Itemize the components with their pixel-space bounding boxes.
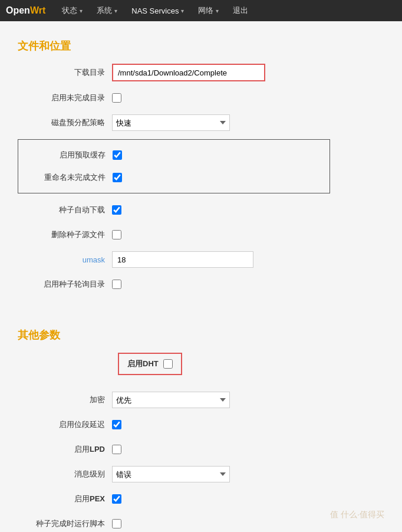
row-bit-delay: 启用位段延迟 [18, 416, 384, 433]
checkbox-rename-incomplete[interactable] [113, 173, 122, 182]
select-encryption[interactable]: 优先 必须 关闭 [112, 392, 230, 408]
label-script-done: 种子完成时运行脚本 [18, 518, 112, 529]
label-bit-delay: 启用位段延迟 [18, 419, 112, 430]
nav-label-logout: 退出 [233, 5, 248, 16]
label-encryption: 加密 [18, 395, 112, 405]
label-umask: umask [18, 255, 112, 264]
nav-label-nas: NAS Services [131, 6, 179, 15]
chevron-down-icon: ▾ [114, 8, 117, 14]
nav-item-system[interactable]: 系统 ▾ [90, 0, 124, 21]
row-encryption: 加密 优先 必须 关闭 [18, 392, 384, 408]
chevron-down-icon: ▾ [216, 8, 219, 14]
section-files-locations: 文件和位置 下载目录 启用未完成目录 磁盘预分配策略 快速 完整 关闭 启用预取… [18, 39, 384, 293]
input-download-dir[interactable] [112, 64, 265, 81]
row-lpd: 启用LPD [18, 441, 384, 458]
dht-box: 启用DHT [118, 353, 182, 375]
checkbox-watch-dir[interactable] [112, 280, 121, 289]
row-delete-source: 删除种子源文件 [18, 226, 384, 243]
label-delete-source: 删除种子源文件 [18, 229, 112, 240]
brand-wrt: Wrt [30, 5, 45, 15]
row-enable-prefetch: 启用预取缓存 [18, 147, 329, 163]
navbar: OpenWrt 状态 ▾ 系统 ▾ NAS Services ▾ 网络 ▾ 退出 [0, 0, 402, 21]
bordered-box-prefetch: 启用预取缓存 重命名未完成文件 [18, 139, 330, 193]
row-disk-alloc: 磁盘预分配策略 快速 完整 关闭 [18, 114, 384, 131]
label-msg-level: 消息级别 [18, 469, 112, 480]
label-download-dir: 下载目录 [18, 67, 112, 78]
nav-item-status[interactable]: 状态 ▾ [55, 0, 90, 21]
nav-item-logout[interactable]: 退出 [226, 0, 255, 21]
section-gap [18, 310, 384, 322]
label-auto-download: 种子自动下载 [18, 205, 112, 215]
label-dht-enable: 启用 [127, 359, 143, 368]
input-umask[interactable] [112, 251, 253, 268]
chevron-down-icon: ▾ [181, 8, 184, 14]
label-pex: 启用PEX [18, 494, 112, 504]
row-script-done: 种子完成时运行脚本 [18, 515, 384, 532]
checkbox-enable-prefetch[interactable] [113, 150, 122, 160]
checkbox-auto-download[interactable] [112, 205, 121, 215]
row-download-dir: 下载目录 [18, 64, 384, 81]
label-pex-bold: PEX [90, 494, 105, 503]
row-enable-incomplete: 启用未完成目录 [18, 90, 384, 106]
select-msg-level[interactable]: 错误 警告 信息 调试 [112, 466, 230, 482]
checkbox-enable-incomplete[interactable] [112, 93, 121, 103]
brand-open: Open [6, 5, 30, 15]
label-lpd-bold: LPD [90, 445, 105, 454]
row-pex: 启用PEX [18, 491, 384, 507]
label-enable-prefetch: 启用预取缓存 [18, 150, 113, 160]
checkbox-delete-source[interactable] [112, 230, 121, 239]
nav-item-nas[interactable]: NAS Services ▾ [124, 0, 191, 21]
nav-label-system: 系统 [97, 5, 112, 16]
label-pex-enable: 启用 [74, 494, 90, 503]
row-watch-dir: 启用种子轮询目录 [18, 276, 384, 293]
row-msg-level: 消息级别 错误 警告 信息 调试 [18, 466, 384, 482]
row-umask: umask [18, 251, 384, 268]
label-watch-dir: 启用种子轮询目录 [18, 279, 112, 290]
select-disk-alloc[interactable]: 快速 完整 关闭 [112, 114, 230, 131]
row-auto-download: 种子自动下载 [18, 202, 384, 218]
checkbox-pex[interactable] [112, 494, 121, 504]
label-dht-bold: DHT [143, 359, 159, 368]
label-rename-incomplete: 重命名未完成文件 [18, 172, 113, 183]
checkbox-script-done[interactable] [112, 519, 121, 528]
label-lpd-enable: 启用 [74, 445, 90, 454]
label-dht: 启用DHT [127, 359, 159, 369]
section1-title: 文件和位置 [18, 39, 384, 53]
label-enable-incomplete: 启用未完成目录 [18, 93, 112, 103]
section2-title: 其他参数 [18, 328, 384, 342]
checkbox-bit-delay[interactable] [112, 420, 121, 429]
label-disk-alloc: 磁盘预分配策略 [18, 117, 112, 128]
main-content: 文件和位置 下载目录 启用未完成目录 磁盘预分配策略 快速 完整 关闭 启用预取… [0, 21, 402, 532]
label-lpd: 启用LPD [18, 444, 112, 455]
checkbox-dht[interactable] [163, 359, 173, 369]
nav-item-network[interactable]: 网络 ▾ [191, 0, 226, 21]
row-dht: 启用DHT [18, 353, 384, 383]
nav-label-network: 网络 [198, 5, 213, 16]
brand-logo[interactable]: OpenWrt [6, 5, 45, 16]
section-other-params: 其他参数 启用DHT 加密 优先 必须 关闭 启用位段延迟 [18, 328, 384, 532]
chevron-down-icon: ▾ [80, 8, 83, 14]
nav-label-status: 状态 [62, 5, 77, 16]
row-rename-incomplete: 重命名未完成文件 [18, 169, 329, 186]
checkbox-lpd[interactable] [112, 445, 121, 454]
